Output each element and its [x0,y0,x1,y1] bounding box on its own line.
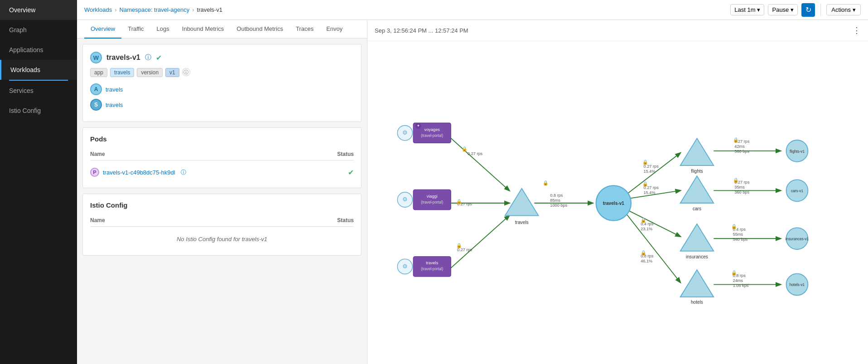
time-select[interactable]: Last 1m ▾ [730,4,764,15]
node-cars[interactable] [680,176,714,203]
sidebar-item-workloads[interactable]: Workloads [0,60,77,80]
tab-overview[interactable]: Overview [84,20,121,39]
node-flights[interactable] [680,138,714,165]
lock-icon-2: 🔒 [456,199,462,204]
lock-icon-hotels-v1: 🔒 [731,270,737,276]
edge-label-v1-flights2: 15.4% [644,169,656,174]
edge-label-flights-v1-3: 360 bps [734,150,749,154]
workload-badge: W [90,52,102,63]
right-panel: Sep 3, 12:56:24 PM ... 12:57:24 PM ⋮ [367,20,868,364]
topbar: Workloads › Namespace: travel-agency › t… [77,0,868,20]
breadcrumb-namespace[interactable]: Namespace: travel-agency [120,6,190,13]
svc-link-row: S travels [90,99,354,111]
graph-area[interactable]: 0.27 rps 0.27 rps 0.27 rps 🔒 🔒 🔒 🔒 0.8 r… [367,41,868,364]
edge-label-svc-v1: 0.8 rps [550,193,563,198]
cog-icon-viaggi: ⚙ [402,196,408,203]
edge-label-travels-portal: 0.27 rps [457,248,473,252]
node-voyages-icon: ✦ [417,124,420,128]
svc-link[interactable]: travels [106,102,123,108]
node-hotels-v1-label: hotels-v1 [790,283,805,287]
node-insurances-v1-label: insurances-v1 [786,237,809,241]
sidebar-item-graph[interactable]: Graph [0,20,77,40]
workload-tags: app travels version v1 ⓘ [90,68,354,77]
refresh-button[interactable]: ↻ [801,3,815,17]
breadcrumb-sep1: › [115,6,116,13]
edge-label-v1-cars2: 15.4% [644,190,656,195]
tab-logs[interactable]: Logs [150,20,176,39]
sidebar-item-overview[interactable]: Overview [0,0,77,20]
node-travels-portal[interactable] [413,257,451,277]
content-area: Overview Traffic Logs Inbound Metrics Ou… [77,20,868,364]
lock-icon-flights: 🔒 [642,159,648,165]
edge-label-svc-v1-bps: 1000 bps [550,203,567,208]
edge-label-ins-v1-2: 55ms [733,232,743,237]
sidebar-item-services[interactable]: Services [0,81,77,101]
node-travels-portal-sublabel: (travel-portal) [421,267,443,271]
edge-label-voyages: 0.27 rps [468,151,483,156]
sidebar-item-istio-config[interactable]: Istio Config [0,101,77,121]
node-viaggi-sublabel: (travel-portal) [421,200,443,204]
pods-card: Pods Name Status P travels-v1-c49b8dc75-… [82,127,362,188]
node-cars-label: cars [693,206,701,211]
table-row: P travels-v1-c49b8dc75-hk9dl ⓘ ✔ [90,164,354,180]
node-voyages-sublabel: (travel-portal) [421,134,443,138]
edge-label-cars-v1-2: 35ms [734,185,745,189]
app-link-row: A travels [90,83,354,95]
tag-version: version [137,68,163,77]
node-insurances-label: insurances [686,254,708,259]
more-options-icon[interactable]: ⋮ [853,25,861,35]
sidebar-item-applications[interactable]: Applications [0,40,77,60]
edge-label-v1-flights: 0.27 rps [644,164,659,169]
pods-title: Pods [90,135,354,143]
istio-config-card: Istio Config Name Status No Istio Config… [82,194,362,256]
tags-info-button[interactable]: ⓘ [182,68,190,76]
breadcrumb-current: travels-v1 [197,6,222,13]
istio-col-status: Status [337,217,354,223]
pods-col-status: Status [337,151,354,157]
node-hotels[interactable] [680,270,714,297]
edge-label-hotels-v1-3: 1.05 kps [733,283,749,288]
node-viaggi-label: viaggi [427,194,438,199]
graph-header: Sep 3, 12:56:24 PM ... 12:57:24 PM ⋮ [367,20,868,41]
tab-inbound-metrics[interactable]: Inbound Metrics [176,20,231,39]
pod-info-icon[interactable]: ⓘ [181,169,186,176]
pods-table-header: Name Status [90,148,354,160]
left-panel: Overview Traffic Logs Inbound Metrics Ou… [77,20,367,364]
pause-select[interactable]: Pause ▾ [768,4,798,15]
tag-travels[interactable]: travels [110,68,134,77]
workload-card: W travels-v1 ⓘ ✔ app travels version v1 … [82,44,362,122]
pods-col-name: Name [90,151,105,157]
edge-label-ins-v1-3: 540 bps [733,237,748,242]
app-link[interactable]: travels [106,86,123,93]
no-config-message: No Istio Config found for travels-v1 [90,230,354,248]
tab-outbound-metrics[interactable]: Outbound Metrics [230,20,289,39]
breadcrumb-sep2: › [192,6,194,13]
node-viaggi[interactable] [413,190,451,210]
main-area: Workloads › Namespace: travel-agency › t… [77,0,868,364]
node-cars-v1-label: cars-v1 [791,189,804,193]
info-icon[interactable]: ⓘ [145,53,151,62]
graph-svg: 0.27 rps 0.27 rps 0.27 rps 🔒 🔒 🔒 🔒 0.8 r… [367,41,868,364]
chevron-down-icon: ▾ [853,6,856,13]
breadcrumb-workloads[interactable]: Workloads [84,6,112,13]
tab-traffic[interactable]: Traffic [121,20,150,39]
tag-v1[interactable]: v1 [165,68,179,77]
edge-label-svc-v1-ms: 85ms [550,198,560,203]
edge-label-v1-hotels2: 46.1% [641,259,652,263]
breadcrumb: Workloads › Namespace: travel-agency › t… [84,6,222,13]
lock-icon-flights-v1: 🔒 [733,137,739,143]
node-travels-svc[interactable] [505,189,539,216]
node-insurances[interactable] [680,224,714,251]
tab-traces[interactable]: Traces [289,20,320,39]
pod-name[interactable]: travels-v1-c49b8dc75-hk9dl [103,169,175,176]
node-travels-v1-label: travels-v1 [603,201,625,206]
istio-col-name: Name [90,217,105,223]
edge-label-hotels-v1-2: 24ms [733,278,743,283]
tab-envoy[interactable]: Envoy [320,20,349,39]
lock-icon-ins-v1: 🔒 [731,223,737,229]
svc-badge: S [90,99,102,111]
lock-icon-hotels: 🔒 [641,250,646,256]
cog-icon-travels-portal: ⚙ [402,263,408,270]
actions-button[interactable]: Actions ▾ [826,4,861,15]
cog-icon-voyages: ⚙ [402,129,408,136]
